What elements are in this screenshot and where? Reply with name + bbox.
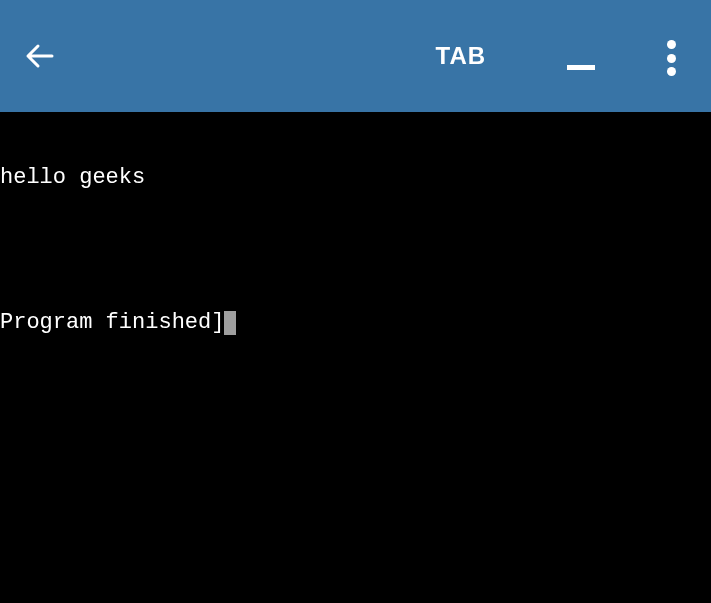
arrow-left-icon <box>22 38 58 74</box>
output-text: Program finished] <box>0 311 224 335</box>
output-line: hello geeks <box>0 166 711 190</box>
blank-line <box>0 239 711 263</box>
terminal-cursor <box>224 311 236 335</box>
output-line: Program finished] <box>0 311 711 335</box>
minimize-button[interactable] <box>567 65 595 70</box>
dots-vertical-icon <box>667 40 676 49</box>
tab-label[interactable]: TAB <box>436 42 487 70</box>
app-header: TAB <box>0 0 711 112</box>
menu-button[interactable] <box>661 38 681 78</box>
terminal-output: hello geeks Program finished] <box>0 112 711 360</box>
back-button[interactable] <box>20 36 60 76</box>
